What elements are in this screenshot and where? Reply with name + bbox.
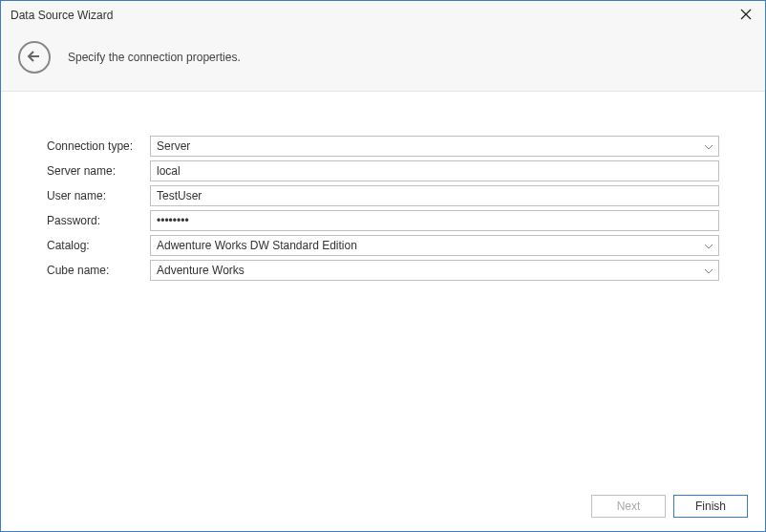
next-button[interactable]: Next	[591, 495, 666, 518]
header: Specify the connection properties.	[1, 30, 765, 92]
chevron-down-icon	[705, 139, 713, 153]
connection-type-select[interactable]: Server	[150, 136, 719, 157]
form: Connection type: Server Server name: Use…	[1, 92, 765, 487]
finish-button[interactable]: Finish	[673, 495, 748, 518]
header-subtitle: Specify the connection properties.	[68, 51, 241, 64]
row-catalog: Catalog: Adwenture Works DW Standard Edi…	[47, 235, 719, 256]
chevron-down-icon	[705, 264, 713, 277]
chevron-down-icon	[705, 239, 713, 252]
server-name-input[interactable]	[150, 160, 719, 181]
password-input[interactable]: ••••••••	[150, 210, 719, 231]
password-label: Password:	[47, 214, 150, 227]
user-name-label: User name:	[47, 189, 150, 202]
user-name-field[interactable]	[157, 189, 713, 202]
close-button[interactable]	[736, 6, 755, 25]
window-title: Data Source Wizard	[11, 9, 736, 22]
connection-type-label: Connection type:	[47, 139, 150, 153]
server-name-field[interactable]	[157, 164, 713, 178]
row-password: Password: ••••••••	[47, 210, 719, 231]
row-cube-name: Cube name: Adventure Works	[47, 260, 719, 281]
connection-type-value: Server	[157, 139, 190, 153]
server-name-label: Server name:	[47, 164, 150, 178]
cube-name-value: Adventure Works	[157, 264, 245, 277]
catalog-select[interactable]: Adwenture Works DW Standard Edition	[150, 235, 719, 256]
wizard-window: Data Source Wizard Specify the connectio…	[0, 0, 766, 532]
arrow-left-icon	[26, 48, 43, 68]
catalog-label: Catalog:	[47, 239, 150, 252]
cube-name-select[interactable]: Adventure Works	[150, 260, 719, 281]
row-server-name: Server name:	[47, 160, 719, 181]
cube-name-label: Cube name:	[47, 264, 150, 277]
close-icon	[740, 9, 752, 23]
back-button[interactable]	[18, 41, 51, 74]
row-user-name: User name:	[47, 185, 719, 206]
footer: Next Finish	[1, 487, 765, 531]
password-value: ••••••••	[157, 214, 189, 227]
titlebar: Data Source Wizard	[1, 1, 765, 30]
user-name-input[interactable]	[150, 185, 719, 206]
row-connection-type: Connection type: Server	[47, 136, 719, 157]
catalog-value: Adwenture Works DW Standard Edition	[157, 239, 357, 252]
